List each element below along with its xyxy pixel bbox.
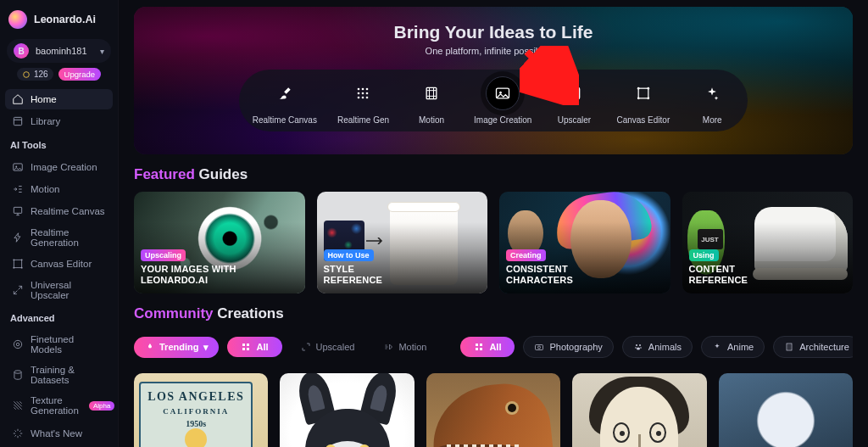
- hero-action-label: Motion: [419, 115, 444, 125]
- filter-anime[interactable]: Anime: [701, 336, 765, 358]
- svg-point-6: [13, 259, 14, 260]
- image-icon: [12, 161, 24, 173]
- vector-icon: [626, 76, 660, 110]
- guide-card[interactable]: Upscaling YOUR IMAGES WITH LEONARDO.AI: [134, 192, 305, 293]
- main-content: Bring Your Ideas to Life One platform, i…: [119, 0, 868, 447]
- nav-item-texture-generation[interactable]: Texture Generation Alpha: [5, 391, 113, 420]
- guide-card[interactable]: JUST Using CONTENT REFERENCE: [682, 192, 854, 293]
- bolt-icon: [12, 232, 24, 243]
- svg-point-17: [366, 88, 369, 91]
- svg-point-23: [366, 97, 369, 99]
- dinosaur-illustration: [427, 379, 557, 447]
- guide-card[interactable]: How to Use STYLE REFERENCE: [317, 192, 488, 293]
- filter-motion[interactable]: Motion: [373, 337, 437, 357]
- poster-subtitle: CALIFORNIA: [146, 407, 246, 416]
- hero-subtitle: One platform, infinite possibilities: [134, 46, 853, 56]
- spark-icon: [12, 427, 24, 439]
- filter-upscaled[interactable]: Upscaled: [291, 337, 365, 357]
- filter-animals[interactable]: Animals: [622, 336, 693, 358]
- nav-item-realtime-generation[interactable]: Realtime Generation: [5, 223, 113, 252]
- nav-footer: What's New Premium Plans API Access Sett…: [5, 423, 113, 447]
- svg-rect-38: [480, 344, 482, 346]
- guide-tag: Creating: [506, 249, 546, 261]
- nav-label: Finetuned Models: [31, 334, 106, 355]
- nav-item-home[interactable]: Home: [5, 89, 113, 109]
- library-icon: [12, 115, 24, 127]
- nav-item-image-creation[interactable]: Image Creation: [5, 157, 113, 177]
- community-card[interactable]: [426, 373, 560, 447]
- svg-rect-48: [787, 344, 792, 350]
- guide-tag: How to Use: [324, 249, 374, 261]
- models-icon: [12, 338, 24, 350]
- community-card[interactable]: [572, 373, 706, 447]
- nav-item-training-datasets[interactable]: Training & Datasets: [5, 360, 113, 389]
- svg-point-11: [14, 340, 21, 348]
- motion-icon: [383, 342, 393, 352]
- section-advanced: Advanced: [10, 313, 113, 323]
- hero-action-realtime-gen[interactable]: Realtime Gen: [337, 76, 389, 125]
- svg-rect-28: [638, 88, 648, 98]
- nav-item-library[interactable]: Library: [5, 111, 113, 131]
- svg-point-44: [639, 344, 641, 346]
- credits-value: 126: [34, 70, 48, 79]
- svg-point-18: [358, 92, 360, 95]
- hero-action-motion[interactable]: Motion: [409, 76, 453, 125]
- svg-rect-34: [247, 344, 249, 346]
- filter-all-left[interactable]: All: [227, 337, 281, 357]
- hero-banner: Bring Your Ideas to Life One platform, i…: [134, 7, 853, 154]
- nav-item-whats-new[interactable]: What's New: [5, 423, 113, 444]
- hero-action-realtime-canvas[interactable]: Realtime Canvas: [253, 76, 317, 125]
- guide-title: STYLE REFERENCE: [324, 264, 383, 288]
- svg-point-16: [362, 88, 364, 91]
- svg-rect-24: [426, 87, 437, 98]
- building-icon: [784, 342, 794, 352]
- community-card[interactable]: LOS ANGELES CALIFORNIA 1950s: [134, 373, 268, 447]
- upgrade-button[interactable]: Upgrade: [58, 68, 101, 81]
- hero-action-more[interactable]: More: [690, 76, 734, 125]
- hero-action-image-creation[interactable]: Image Creation: [474, 76, 531, 125]
- flame-icon: [144, 342, 154, 352]
- avatar: B: [14, 43, 29, 59]
- heading-rest: Creations: [217, 305, 283, 321]
- filter-label: Motion: [398, 342, 426, 352]
- filter-photography[interactable]: Photography: [523, 336, 613, 358]
- grid-icon: [241, 342, 251, 352]
- guide-tag: Upscaling: [141, 249, 186, 261]
- nav-item-canvas-editor[interactable]: Canvas Editor: [5, 254, 113, 274]
- filter-label: All: [489, 342, 501, 352]
- nav-label: Training & Datasets: [31, 365, 106, 385]
- guide-card[interactable]: Creating CONSISTENT CHARACTERS: [499, 192, 670, 293]
- nav-item-realtime-canvas[interactable]: Realtime Canvas: [5, 201, 113, 221]
- filter-all-right[interactable]: All: [460, 337, 515, 357]
- credits-chip[interactable]: 126: [17, 68, 53, 81]
- wolf-illustration: [297, 394, 398, 447]
- svg-point-0: [24, 71, 30, 77]
- hero-action-canvas-editor[interactable]: Canvas Editor: [616, 76, 670, 125]
- svg-point-20: [366, 92, 369, 95]
- filter-label: Upscaled: [316, 342, 355, 352]
- grid-icon: [474, 342, 484, 352]
- canvas-icon: [12, 205, 24, 217]
- community-card[interactable]: [719, 373, 853, 447]
- nav-label: Home: [31, 94, 57, 104]
- svg-rect-36: [247, 348, 249, 350]
- filter-trending[interactable]: Trending ▾: [134, 337, 219, 358]
- svg-rect-40: [480, 348, 482, 350]
- vector-icon: [12, 258, 24, 270]
- nav-item-motion[interactable]: Motion: [5, 179, 113, 199]
- user-name: baominh181: [36, 46, 93, 56]
- sidebar: Leonardo.Ai B baominh181 ▾ 126 Upgrade H…: [0, 0, 119, 447]
- hero-action-label: Realtime Canvas: [253, 115, 317, 125]
- upscale-icon: [12, 284, 24, 296]
- nav-item-finetuned-models[interactable]: Finetuned Models: [5, 330, 113, 359]
- nav-item-universal-upscaler[interactable]: Universal Upscaler: [5, 276, 113, 305]
- filter-architecture[interactable]: Architecture: [773, 336, 853, 358]
- community-card[interactable]: [280, 373, 414, 447]
- hero-action-upscaler[interactable]: Upscaler: [552, 76, 596, 125]
- hero-action-label: More: [703, 115, 722, 125]
- hero-action-label: Upscaler: [558, 115, 591, 125]
- svg-point-9: [21, 267, 23, 269]
- user-menu[interactable]: B baominh181 ▾: [7, 39, 111, 63]
- filter-label: Photography: [549, 342, 602, 352]
- texture-icon: [12, 400, 24, 411]
